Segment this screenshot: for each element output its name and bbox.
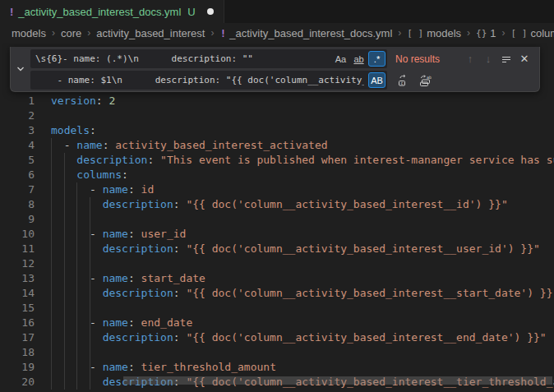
line-number: 15 — [0, 301, 35, 316]
symbol-object-icon: {} — [476, 28, 487, 39]
code-line[interactable]: 12 — [0, 256, 554, 271]
find-replace-widget: Aa ab .* No results ↑ ↓ ✕ — [10, 47, 540, 92]
code-line[interactable]: 11 description: "{{ doc('column__activit… — [0, 242, 554, 256]
replace-button[interactable]: c — [395, 72, 412, 89]
svg-text:ab: ab — [427, 75, 432, 80]
replace-icon: c — [397, 74, 410, 87]
line-number: 8 — [0, 197, 35, 212]
breadcrumb-item[interactable]: [ ]columns — [511, 27, 554, 39]
find-in-selection-icon — [501, 53, 512, 65]
breadcrumb-item[interactable]: {}1 — [476, 27, 496, 39]
line-number: 16 — [0, 316, 35, 330]
whole-word-button[interactable]: ab — [350, 51, 367, 67]
code-text: columns: — [35, 168, 128, 182]
find-results-status: No results — [395, 53, 440, 65]
breadcrumb-item[interactable]: !_activity_based_interest_docs.yml — [219, 27, 392, 39]
unsaved-dot-icon[interactable] — [207, 8, 214, 15]
code-text: description: "{{ doc('column__activity_b… — [35, 286, 554, 301]
code-text: - name: start_date — [35, 271, 205, 286]
line-number: 3 — [0, 123, 35, 138]
find-input-box: Aa ab .* — [30, 49, 387, 68]
code-line[interactable]: 1version: 2 — [0, 94, 554, 108]
code-line[interactable]: 16 - name: end_date — [0, 316, 554, 330]
code-line[interactable]: 9 — [0, 212, 554, 227]
replace-all-icon: ab — [418, 74, 432, 87]
replace-all-button[interactable]: ab — [417, 72, 433, 89]
code-line[interactable]: 6 columns: — [0, 168, 554, 182]
line-number: 19 — [0, 360, 35, 375]
toggle-replace-button[interactable] — [11, 47, 30, 91]
code-line[interactable]: 14 description: "{{ doc('column__activit… — [0, 286, 554, 301]
find-in-selection-button[interactable] — [498, 51, 515, 67]
breadcrumb-separator-icon: › — [467, 27, 470, 39]
preserve-case-button[interactable]: AB — [368, 72, 385, 88]
chevron-down-icon — [15, 63, 26, 75]
git-status-badge: U — [187, 6, 195, 18]
code-line[interactable]: 8 description: "{{ doc('column__activity… — [0, 197, 554, 212]
replace-input-box: AB — [30, 71, 387, 90]
code-text: - name: activity_based_interest_activate… — [35, 138, 328, 153]
previous-match-button[interactable]: ↑ — [462, 51, 478, 67]
breadcrumb-separator-icon: › — [87, 27, 90, 39]
match-case-button[interactable]: Aa — [332, 51, 349, 67]
code-text: description: "This event is published wh… — [35, 153, 554, 168]
find-widget-rows: Aa ab .* No results ↑ ↓ ✕ — [30, 47, 539, 91]
regex-button[interactable]: .* — [368, 51, 385, 67]
line-number: 5 — [0, 153, 35, 168]
next-match-button[interactable]: ↓ — [480, 51, 496, 67]
breadcrumb-separator-icon: › — [52, 27, 55, 39]
line-number: 10 — [0, 227, 35, 242]
code-line[interactable]: 10 - name: user_id — [0, 227, 554, 242]
yaml-file-icon: ! — [219, 27, 226, 39]
line-number: 18 — [0, 345, 35, 360]
line-number: 6 — [0, 168, 35, 182]
replace-input[interactable] — [30, 75, 367, 85]
find-input[interactable] — [30, 53, 331, 64]
code-line[interactable]: 3models: — [0, 123, 554, 138]
code-line[interactable]: 18 — [0, 345, 554, 360]
code-text: - name: end_date — [35, 316, 192, 330]
code-line[interactable]: 19 - name: tier_threshold_amount — [0, 360, 554, 375]
close-find-button[interactable]: ✕ — [516, 51, 533, 67]
breadcrumb-label: columns — [530, 27, 554, 39]
line-number: 2 — [0, 108, 35, 123]
line-number: 11 — [0, 242, 35, 256]
code-line[interactable]: 2 — [0, 108, 554, 123]
line-number: 14 — [0, 286, 35, 301]
yaml-file-icon: ! — [10, 6, 13, 18]
symbol-array-icon: [ ] — [511, 28, 528, 39]
symbol-array-icon: [ ] — [407, 28, 423, 39]
breadcrumb-item[interactable]: [ ]models — [407, 27, 461, 39]
find-row: Aa ab .* No results ↑ ↓ ✕ — [30, 49, 533, 68]
code-text: description: "{{ doc('column__activity_b… — [35, 242, 540, 256]
breadcrumb-label: models — [12, 27, 46, 39]
code-line[interactable]: 13 - name: start_date — [0, 271, 554, 286]
replace-row: AB c — [30, 71, 533, 90]
code-line[interactable]: 4 - name: activity_based_interest_activa… — [0, 138, 554, 153]
breadcrumb-item[interactable]: core — [61, 27, 81, 39]
breadcrumb-separator-icon: › — [210, 27, 214, 39]
code-text: models: — [35, 123, 96, 138]
line-number: 20 — [0, 375, 35, 390]
breadcrumb-separator-icon: › — [502, 27, 506, 39]
code-line[interactable]: 5 description: "This event is published … — [0, 153, 554, 168]
line-number: 9 — [0, 212, 35, 227]
code-line[interactable]: 17 description: "{{ doc('column__activit… — [0, 330, 554, 345]
code-line[interactable]: 7 - name: id — [0, 182, 554, 197]
code-line[interactable]: 15 — [0, 301, 554, 316]
horizontal-scrollbar[interactable] — [123, 376, 552, 385]
vscode-window: ! _activity_based_interest_docs.yml U mo… — [0, 0, 554, 392]
editor-tab[interactable]: ! _activity_based_interest_docs.yml U — [0, 0, 224, 23]
editor-pane: 1version: 223models:4 - name: activity_b… — [0, 43, 554, 392]
line-number: 7 — [0, 182, 35, 197]
breadcrumb: models›core›activity_based_interest›!_ac… — [0, 23, 554, 43]
breadcrumb-label: models — [427, 27, 461, 39]
code-text: description: "{{ doc('column__activity_b… — [35, 330, 547, 345]
tab-filename: _activity_based_interest_docs.yml — [18, 6, 181, 18]
breadcrumb-item[interactable]: activity_based_interest — [96, 27, 205, 39]
line-number: 12 — [0, 256, 35, 271]
code-text: - name: user_id — [35, 227, 186, 242]
code-text: - name: tier_threshold_amount — [35, 360, 276, 375]
code-text — [35, 345, 51, 360]
breadcrumb-item[interactable]: models — [12, 27, 46, 39]
